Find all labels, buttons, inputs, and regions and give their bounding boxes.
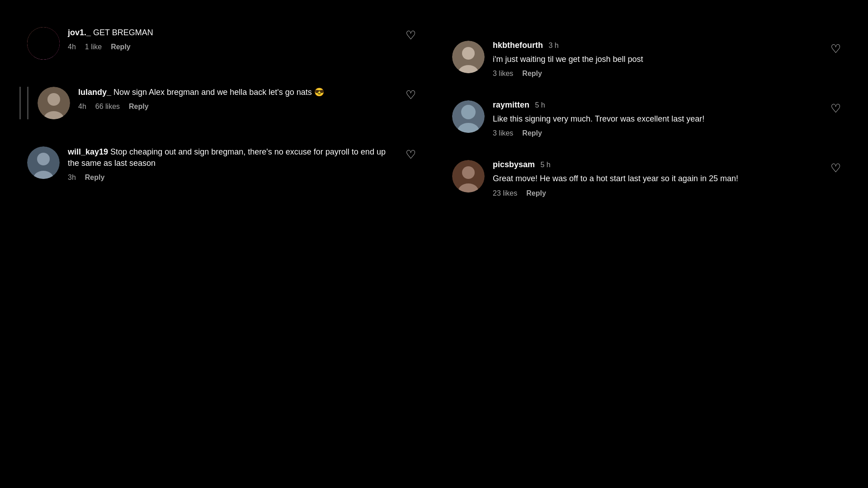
comment-hkb-content: hkbthefourth 3 h i'm just waiting til we…	[493, 41, 821, 78]
comment-meta-jov1: 4h 1 like Reply	[68, 43, 396, 51]
svg-point-10	[462, 47, 475, 60]
username-lulandy: lulandy_	[78, 88, 111, 97]
avatar-hkb	[452, 41, 485, 73]
heart-icon-picsbysam: ♡	[830, 162, 841, 174]
likes-raymitten: 3 likes	[493, 129, 513, 137]
username-jov1: jov1._	[68, 28, 91, 37]
heart-area-raymitten: ♡	[830, 100, 841, 114]
comment-will-wrapper: will_kay19 Stop cheaping out and sign br…	[68, 146, 416, 182]
like-button-picsbysam[interactable]: ♡	[830, 162, 841, 174]
like-button-hkb[interactable]: ♡	[830, 43, 841, 55]
likes-lulandy: 66 likes	[95, 103, 120, 111]
reply-button-hkb[interactable]: Reply	[522, 70, 542, 78]
time-will: 3h	[68, 174, 76, 182]
comment-raymitten-wrapper: raymitten 5 h Like this signing very muc…	[493, 100, 841, 137]
comment-meta-raymitten: 3 likes Reply	[493, 129, 821, 137]
avatar-jov1	[27, 27, 60, 60]
comment-jov1-content: jov1._ GET BREGMAN 4h 1 like Reply	[68, 27, 396, 51]
heart-area-jov1: ♡	[406, 27, 416, 41]
comment-text-raymitten: Like this signing very much. Trevor was …	[493, 113, 821, 125]
comment-hkb: hkbthefourth 3 h i'm just waiting til we…	[452, 41, 841, 78]
comment-meta-will: 3h Reply	[68, 174, 396, 182]
comment-picsbysam-content: picsbysam 5 h Great move! He was off to …	[493, 160, 821, 197]
svg-point-16	[462, 166, 475, 179]
reply-button-picsbysam[interactable]: Reply	[526, 189, 546, 197]
heart-area-will: ♡	[406, 146, 416, 160]
username-picsbysam: picsbysam	[493, 160, 535, 169]
left-column: jov1._ GET BREGMAN 4h 1 like Reply ♡	[27, 27, 434, 461]
username-hkb: hkbthefourth	[493, 41, 543, 50]
comment-jov1: jov1._ GET BREGMAN 4h 1 like Reply ♡	[27, 27, 416, 60]
reply-button-raymitten[interactable]: Reply	[522, 129, 542, 137]
heart-icon-raymitten: ♡	[830, 103, 841, 114]
comment-picsbysam: picsbysam 5 h Great move! He was off to …	[452, 160, 841, 197]
comment-lulandy: lulandy_ Now sign Alex bregman and we he…	[27, 87, 416, 119]
time-raymitten: 5 h	[535, 101, 545, 109]
svg-point-7	[37, 153, 50, 165]
right-column: hkbthefourth 3 h i'm just waiting til we…	[434, 27, 841, 461]
heart-icon-will: ♡	[406, 149, 416, 160]
heart-area-lulandy: ♡	[406, 87, 416, 101]
likes-hkb: 3 likes	[493, 70, 513, 78]
reply-button-will[interactable]: Reply	[85, 174, 105, 182]
heart-icon-lulandy: ♡	[406, 89, 416, 101]
comment-will: will_kay19 Stop cheaping out and sign br…	[27, 146, 416, 182]
time-lulandy: 4h	[78, 103, 86, 111]
comment-jov1-wrapper: jov1._ GET BREGMAN 4h 1 like Reply ♡	[68, 27, 416, 51]
reply-button-jov1[interactable]: Reply	[111, 43, 131, 51]
comment-text-jov1: GET BREGMAN	[91, 28, 153, 37]
comment-text-lulandy: Now sign Alex bregman and we hella back …	[111, 88, 324, 97]
avatar-lulandy	[38, 87, 70, 119]
heart-icon-jov1: ♡	[406, 29, 416, 41]
avatar-will	[27, 146, 60, 179]
username-will: will_kay19	[68, 147, 108, 156]
comment-text-will: Stop cheaping out and sign bregman, ther…	[68, 147, 386, 168]
comment-hkb-wrapper: hkbthefourth 3 h i'm just waiting til we…	[493, 41, 841, 78]
svg-point-13	[461, 105, 476, 119]
comment-raymitten: raymitten 5 h Like this signing very muc…	[452, 100, 841, 137]
svg-point-4	[47, 93, 60, 106]
time-jov1: 4h	[68, 43, 76, 51]
comment-text-hkb: i'm just waiting til we get the josh bel…	[493, 54, 821, 65]
like-button-raymitten[interactable]: ♡	[830, 103, 841, 114]
avatar-picsbysam	[452, 160, 485, 192]
comment-picsbysam-wrapper: picsbysam 5 h Great move! He was off to …	[493, 160, 841, 197]
comment-meta-picsbysam: 23 likes Reply	[493, 189, 821, 197]
comment-meta-hkb: 3 likes Reply	[493, 70, 821, 78]
comment-text-picsbysam: Great move! He was off to a hot start la…	[493, 173, 821, 184]
likes-picsbysam: 23 likes	[493, 189, 517, 197]
avatar-raymitten	[452, 100, 485, 133]
username-raymitten: raymitten	[493, 100, 529, 109]
comment-lulandy-wrapper: lulandy_ Now sign Alex bregman and we he…	[78, 87, 416, 111]
heart-icon-hkb: ♡	[830, 43, 841, 55]
comment-meta-lulandy: 4h 66 likes Reply	[78, 103, 396, 111]
comment-raymitten-content: raymitten 5 h Like this signing very muc…	[493, 100, 821, 137]
like-button-jov1[interactable]: ♡	[406, 29, 416, 41]
comment-will-content: will_kay19 Stop cheaping out and sign br…	[68, 146, 396, 182]
heart-area-picsbysam: ♡	[830, 160, 841, 174]
heart-area-hkb: ♡	[830, 41, 841, 55]
like-button-will[interactable]: ♡	[406, 149, 416, 160]
like-button-lulandy[interactable]: ♡	[406, 89, 416, 101]
likes-jov1: 1 like	[85, 43, 102, 51]
comments-container: jov1._ GET BREGMAN 4h 1 like Reply ♡	[0, 0, 868, 488]
comment-lulandy-content: lulandy_ Now sign Alex bregman and we he…	[78, 87, 396, 111]
time-hkb: 3 h	[548, 42, 558, 49]
time-picsbysam: 5 h	[541, 161, 551, 169]
reply-button-lulandy[interactable]: Reply	[129, 103, 149, 111]
